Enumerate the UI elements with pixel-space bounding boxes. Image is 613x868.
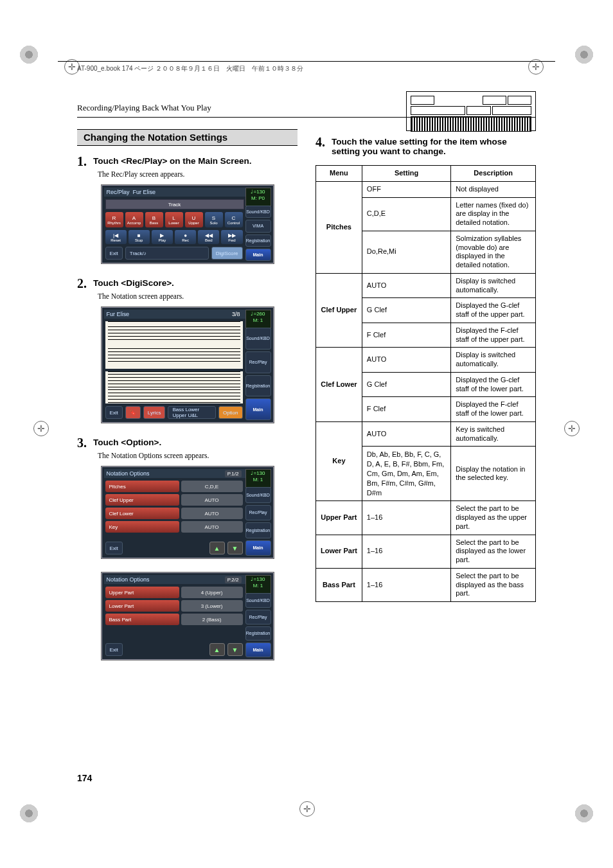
side-btn: Registration <box>245 375 271 397</box>
ui2-marker: 🔖 <box>125 406 141 419</box>
ui4-tempo: ♩=130 <box>251 576 265 582</box>
description-cell: Select the part to be displayed as the b… <box>451 568 536 601</box>
option-label: Lower Part <box>105 600 179 612</box>
col-setting: Setting <box>362 166 450 182</box>
description-cell: Solmization syllables (movable do) are d… <box>451 231 536 273</box>
ui1-digiscore-btn: DigiScore <box>211 247 243 260</box>
setting-cell: C,D,E <box>362 197 450 231</box>
description-cell: Display the notation in the selected key… <box>451 447 536 501</box>
option-value: AUTO <box>181 494 243 506</box>
setting-cell: Do,Re,Mi <box>362 231 450 273</box>
registration-mark <box>299 801 315 817</box>
step1-subtext: The Rec/Play screen appears. <box>98 170 298 178</box>
menu-cell: Pitches <box>316 181 362 273</box>
description-cell: Select the part to be displayed as the l… <box>451 535 536 568</box>
step-number: 1. <box>77 155 87 168</box>
track-tile: CControl <box>225 212 243 227</box>
side-btn: Registration <box>245 626 271 641</box>
setting-cell: G Clef <box>362 372 450 397</box>
down-arrow-icon: ▼ <box>227 542 243 554</box>
ui3-tempo: ♩=130 <box>251 470 265 476</box>
setting-cell: G Clef <box>362 298 450 323</box>
side-btn: Main <box>245 642 271 657</box>
ui1-trackbar: Track <box>105 199 244 209</box>
setting-cell: AUTO <box>362 348 450 373</box>
ui2-tempo: ♩=260 <box>251 311 265 317</box>
option-value: AUTO <box>181 508 243 519</box>
side-btn: Sound/KBD <box>245 487 271 503</box>
step2-subtext: The Notation screen appears. <box>98 292 298 300</box>
option-label: Pitches <box>105 481 179 492</box>
crop-mark <box>574 804 594 823</box>
description-cell: Key is switched automatically. <box>451 421 536 447</box>
step2-heading: Touch <DigiScore>. <box>93 278 174 288</box>
transport-btn: ◀◀Bwd <box>198 230 219 244</box>
notation-screen-illustration: Fur Elise 3/8 ♩=260M: 1 Exit 🔖 Lyrics B <box>101 306 274 423</box>
ui1-title: Rec/Play <box>107 189 130 195</box>
menu-cell: Bass Part <box>316 568 362 601</box>
side-btn: Sound/KBD <box>245 328 271 350</box>
side-btn: Rec/Play <box>245 351 271 373</box>
ui3-exit: Exit <box>105 542 123 554</box>
transport-btn: ▶▶Fwd <box>221 230 242 244</box>
track-tile: RRhythm <box>105 212 123 227</box>
description-cell: Display is switched automatically. <box>451 348 536 373</box>
step4-heading: Touch the value setting for the item who… <box>332 137 536 156</box>
side-btn: Rec/Play <box>245 505 271 521</box>
side-btn: Registration <box>245 522 271 538</box>
side-btn: Sound/KBD <box>245 593 271 608</box>
table-row: Clef UpperAUTODisplay is switched automa… <box>316 273 536 298</box>
table-row: Clef LowerAUTODisplay is switched automa… <box>316 348 536 373</box>
side-btn: Main <box>245 249 271 261</box>
up-arrow-icon: ▲ <box>209 643 225 656</box>
ui2-option: Option <box>218 406 243 419</box>
option-value: C,D,E <box>181 481 243 492</box>
track-tile: AAccomp <box>125 212 143 227</box>
page-number: 174 <box>77 773 92 783</box>
side-btn: Sound/KBD <box>245 206 271 218</box>
ui4-page-badge: P.2/2 <box>225 576 242 583</box>
description-cell: Select the part to be displayed as the u… <box>451 501 536 535</box>
side-btn: Main <box>245 398 271 420</box>
ui4-title: Notation Options <box>107 576 150 583</box>
table-row: Bass Part1–16Select the part to be displ… <box>316 568 536 601</box>
down-arrow-icon: ▼ <box>227 643 243 656</box>
table-row: PitchesOFFNot displayed <box>316 181 536 197</box>
setting-cell: Db, Ab, Eb, Bb, F, C, G, D, A, E, B, F#,… <box>362 447 450 501</box>
notation-options-p1-illustration: Notation Options P.1/2 ♩=130M: 1 Pitches… <box>101 466 274 559</box>
transport-btn: ●Rec <box>175 230 196 244</box>
description-cell: Displayed the G-clef staff of the lower … <box>451 372 536 397</box>
crop-mark <box>19 45 39 64</box>
setting-cell: 1–16 <box>362 535 450 568</box>
ui2-title: Fur Elise <box>107 311 130 317</box>
ui2-lyrics: Lyrics <box>143 406 166 419</box>
setting-cell: OFF <box>362 181 450 197</box>
menu-cell: Upper Part <box>316 501 362 535</box>
ui3-measure: M: 1 <box>253 477 263 483</box>
option-label: Bass Part <box>105 614 179 625</box>
side-btn: Main <box>245 540 271 556</box>
setting-cell: AUTO <box>362 421 450 447</box>
step3-subtext: The Notation Options screen appears. <box>98 452 298 459</box>
track-tile: LLower <box>165 212 183 227</box>
description-cell: Displayed the G-clef staff of the upper … <box>451 298 536 323</box>
description-cell: Displayed the F-clef staff of the upper … <box>451 323 536 348</box>
description-cell: Not displayed <box>451 181 536 197</box>
option-value: AUTO <box>181 521 243 533</box>
side-btn: Registration <box>245 235 271 247</box>
description-cell: Display is switched automatically. <box>451 273 536 298</box>
step1-heading: Touch <Rec/Play> on the Main Screen. <box>93 156 252 166</box>
option-label: Clef Lower <box>105 508 179 519</box>
table-row: Lower Part1–16Select the part to be disp… <box>316 535 536 568</box>
transport-btn: ■Stop <box>129 230 150 244</box>
ui3-title: Notation Options <box>107 470 150 477</box>
ui3-page-badge: P.1/2 <box>225 470 242 477</box>
registration-mark <box>564 421 580 436</box>
track-tile: BBass <box>145 212 163 227</box>
table-row: KeyAUTOKey is switched automatically. <box>316 421 536 447</box>
ui2-exit: Exit <box>105 406 123 419</box>
header-divider <box>77 117 536 118</box>
col-description: Description <box>451 166 536 182</box>
menu-cell: Lower Part <box>316 535 362 568</box>
ui4-exit: Exit <box>105 643 123 656</box>
